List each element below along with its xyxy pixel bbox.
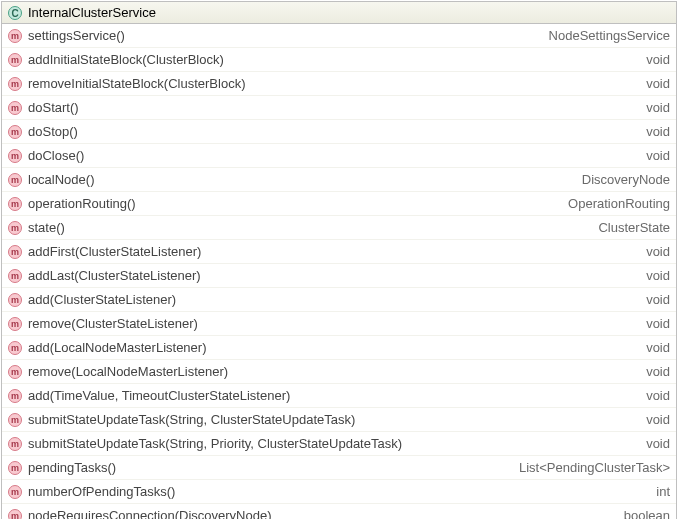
method-return-type: void [646, 124, 670, 139]
method-return-type: void [646, 148, 670, 163]
method-signature: addInitialStateBlock(ClusterBlock) [28, 52, 636, 67]
method-signature: addFirst(ClusterStateListener) [28, 244, 636, 259]
method-return-type: void [646, 388, 670, 403]
method-icon: m [8, 269, 22, 283]
method-row[interactable]: msubmitStateUpdateTask(String, Priority,… [2, 432, 676, 456]
method-row[interactable]: msettingsService()NodeSettingsService [2, 24, 676, 48]
class-icon: C [8, 6, 22, 20]
method-row[interactable]: madd(LocalNodeMasterListener)void [2, 336, 676, 360]
method-return-type: void [646, 76, 670, 91]
method-row[interactable]: mdoStart()void [2, 96, 676, 120]
method-signature: addLast(ClusterStateListener) [28, 268, 636, 283]
method-signature: doStart() [28, 100, 636, 115]
method-icon: m [8, 101, 22, 115]
method-signature: submitStateUpdateTask(String, Priority, … [28, 436, 636, 451]
method-row[interactable]: mdoStop()void [2, 120, 676, 144]
method-row[interactable]: maddInitialStateBlock(ClusterBlock)void [2, 48, 676, 72]
method-return-type: void [646, 244, 670, 259]
class-header[interactable]: C InternalClusterService [2, 2, 676, 24]
method-icon: m [8, 29, 22, 43]
method-row[interactable]: maddLast(ClusterStateListener)void [2, 264, 676, 288]
method-signature: localNode() [28, 172, 572, 187]
method-signature: operationRouting() [28, 196, 558, 211]
structure-view-panel: C InternalClusterService msettingsServic… [1, 1, 677, 519]
method-signature: pendingTasks() [28, 460, 509, 475]
method-row[interactable]: mremove(LocalNodeMasterListener)void [2, 360, 676, 384]
method-signature: remove(ClusterStateListener) [28, 316, 636, 331]
method-row[interactable]: madd(ClusterStateListener)void [2, 288, 676, 312]
method-return-type: int [656, 484, 670, 499]
method-icon: m [8, 485, 22, 499]
method-icon: m [8, 245, 22, 259]
method-row[interactable]: mnodeRequiresConnection(DiscoveryNode)bo… [2, 504, 676, 519]
method-return-type: void [646, 316, 670, 331]
method-return-type: void [646, 436, 670, 451]
method-row[interactable]: moperationRouting()OperationRouting [2, 192, 676, 216]
method-icon: m [8, 317, 22, 331]
method-return-type: void [646, 412, 670, 427]
method-signature: nodeRequiresConnection(DiscoveryNode) [28, 508, 614, 519]
method-return-type: NodeSettingsService [549, 28, 670, 43]
method-icon: m [8, 173, 22, 187]
method-icon: m [8, 221, 22, 235]
method-signature: remove(LocalNodeMasterListener) [28, 364, 636, 379]
method-icon: m [8, 509, 22, 520]
method-icon: m [8, 149, 22, 163]
method-row[interactable]: mlocalNode()DiscoveryNode [2, 168, 676, 192]
method-row[interactable]: mremoveInitialStateBlock(ClusterBlock)vo… [2, 72, 676, 96]
method-return-type: DiscoveryNode [582, 172, 670, 187]
method-icon: m [8, 197, 22, 211]
method-icon: m [8, 77, 22, 91]
method-icon: m [8, 125, 22, 139]
method-icon: m [8, 437, 22, 451]
method-row[interactable]: mremove(ClusterStateListener)void [2, 312, 676, 336]
method-icon: m [8, 365, 22, 379]
method-signature: doClose() [28, 148, 636, 163]
method-icon: m [8, 53, 22, 67]
method-return-type: List<PendingClusterTask> [519, 460, 670, 475]
method-signature: numberOfPendingTasks() [28, 484, 646, 499]
method-signature: add(TimeValue, TimeoutClusterStateListen… [28, 388, 636, 403]
method-icon: m [8, 341, 22, 355]
method-row[interactable]: madd(TimeValue, TimeoutClusterStateListe… [2, 384, 676, 408]
method-icon: m [8, 389, 22, 403]
method-return-type: void [646, 364, 670, 379]
method-return-type: void [646, 292, 670, 307]
method-signature: settingsService() [28, 28, 539, 43]
method-signature: removeInitialStateBlock(ClusterBlock) [28, 76, 636, 91]
method-return-type: boolean [624, 508, 670, 519]
method-row[interactable]: mdoClose()void [2, 144, 676, 168]
method-return-type: OperationRouting [568, 196, 670, 211]
method-signature: add(LocalNodeMasterListener) [28, 340, 636, 355]
method-icon: m [8, 293, 22, 307]
method-icon: m [8, 461, 22, 475]
method-row[interactable]: maddFirst(ClusterStateListener)void [2, 240, 676, 264]
method-icon: m [8, 413, 22, 427]
method-return-type: void [646, 52, 670, 67]
method-return-type: void [646, 100, 670, 115]
method-return-type: void [646, 340, 670, 355]
method-list: msettingsService()NodeSettingsServicemad… [2, 24, 676, 519]
method-signature: submitStateUpdateTask(String, ClusterSta… [28, 412, 636, 427]
class-title: InternalClusterService [28, 5, 156, 20]
method-signature: add(ClusterStateListener) [28, 292, 636, 307]
method-return-type: ClusterState [598, 220, 670, 235]
method-row[interactable]: msubmitStateUpdateTask(String, ClusterSt… [2, 408, 676, 432]
method-signature: state() [28, 220, 588, 235]
method-row[interactable]: mstate()ClusterState [2, 216, 676, 240]
method-return-type: void [646, 268, 670, 283]
method-row[interactable]: mnumberOfPendingTasks()int [2, 480, 676, 504]
method-row[interactable]: mpendingTasks()List<PendingClusterTask> [2, 456, 676, 480]
method-signature: doStop() [28, 124, 636, 139]
